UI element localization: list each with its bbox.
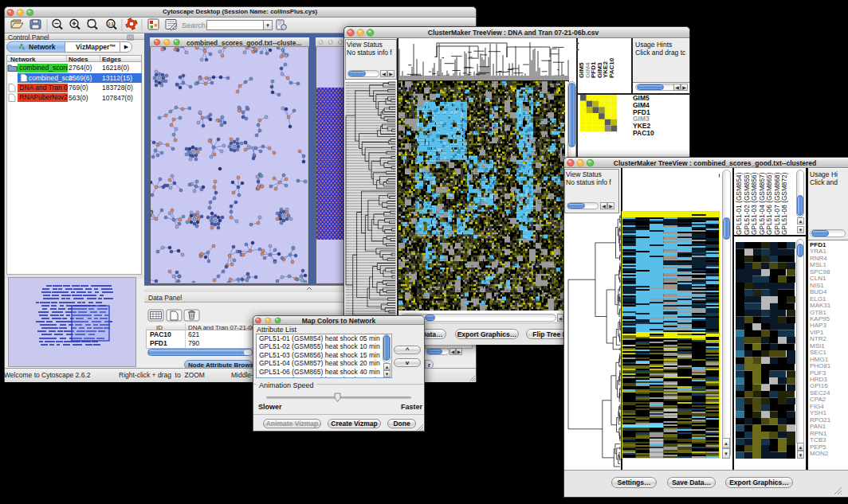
svg-text:1:1: 1:1 [108, 21, 113, 26]
